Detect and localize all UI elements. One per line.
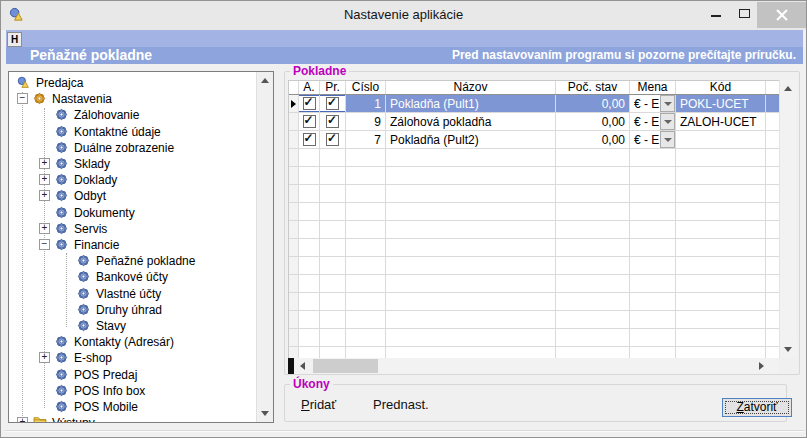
close-dialog-button[interactable]: Zatvoriť [722, 398, 792, 417]
checkbox[interactable]: ✓ [326, 115, 339, 128]
empty-cell [630, 293, 676, 310]
empty-cell [766, 257, 779, 274]
empty-cell [320, 347, 346, 358]
expand-toggle-icon[interactable]: + [39, 190, 50, 201]
tree-item[interactable]: −Financie [9, 237, 256, 253]
table-row[interactable]: ✓✓1Pokladňa (Pult1)0,00€ - EPOKL-UCET [289, 95, 779, 113]
bottom-divider [5, 430, 804, 432]
scroll-down-button[interactable] [257, 405, 274, 422]
arrow-right-icon [759, 362, 764, 370]
preset-button[interactable]: Prednast. [373, 397, 429, 412]
tree-item[interactable]: Kontakty (Adresár) [9, 334, 256, 350]
title-bar[interactable]: Nastavenie aplikácie [1, 1, 806, 30]
scroll-right-button[interactable] [753, 358, 770, 374]
scroll-up-button[interactable] [257, 72, 274, 89]
checkbox-cell: ✓ [320, 95, 346, 112]
tree-item[interactable]: Dokumenty [9, 205, 256, 221]
expand-toggle-icon[interactable]: + [39, 158, 50, 169]
mena-dropdown-button[interactable] [660, 131, 675, 148]
empty-cell [386, 329, 556, 346]
toolbar-strip [6, 30, 803, 47]
empty-cell [320, 221, 346, 238]
expand-toggle-icon[interactable]: + [39, 174, 50, 185]
scroll-down-button[interactable] [780, 341, 797, 358]
add-button[interactable]: Pridať [301, 397, 336, 412]
checkbox[interactable]: ✓ [326, 97, 339, 110]
maximize-button[interactable] [730, 1, 758, 29]
empty-cell [320, 167, 346, 184]
checkbox[interactable]: ✓ [303, 133, 316, 146]
empty-cell [299, 329, 320, 346]
mena-value: € - E [634, 132, 659, 148]
table-row[interactable]: ✓✓7Pokladňa (Pult2)0,00€ - E [289, 131, 779, 149]
expand-toggle-icon[interactable]: + [39, 223, 50, 234]
tree-item[interactable]: Stavy [9, 318, 256, 334]
mena-dropdown-button[interactable] [660, 95, 675, 112]
tree-item[interactable]: +Výstupy [9, 415, 256, 423]
tree-item[interactable]: +Doklady [9, 172, 256, 188]
table-vertical-scrollbar[interactable] [779, 80, 796, 358]
tree-item[interactable]: Bankové účty [9, 269, 256, 285]
checkbox-cell: ✓ [320, 131, 346, 148]
empty-cell [299, 185, 320, 202]
tree-item[interactable]: Duálne zobrazenie [9, 140, 256, 156]
row-selector-cell[interactable] [289, 131, 299, 148]
row-selector-cell[interactable] [289, 95, 299, 112]
expand-toggle-icon[interactable]: + [17, 417, 28, 423]
column-splitter[interactable] [288, 358, 294, 374]
scroll-left-button[interactable] [295, 358, 312, 374]
tree-scrollbar[interactable] [256, 72, 273, 422]
empty-cell [556, 347, 630, 358]
empty-cell [676, 149, 766, 166]
scrollbar-thumb[interactable] [313, 359, 378, 373]
table-horizontal-scrollbar[interactable] [288, 358, 779, 374]
checkbox[interactable]: ✓ [303, 97, 316, 110]
tree-item[interactable]: +Sklady [9, 156, 256, 172]
pokladne-table[interactable]: A.Pr.ČísloNázovPoč. stavMenaKód ✓✓1Pokla… [288, 80, 779, 358]
tree-item[interactable]: Predajca [9, 75, 256, 91]
empty-cell [346, 221, 386, 238]
tree-item[interactable]: Kontaktné údaje [9, 124, 256, 140]
empty-cell [386, 167, 556, 184]
empty-cell [289, 203, 299, 220]
checkbox-cell: ✓ [299, 113, 320, 130]
tree-item[interactable]: Zálohovanie [9, 107, 256, 123]
close-button[interactable] [757, 2, 807, 28]
tree-item[interactable]: Peňažné pokladne [9, 253, 256, 269]
tree-item[interactable]: −Nastavenia [9, 91, 256, 107]
empty-cell [556, 149, 630, 166]
empty-cell [289, 221, 299, 238]
tree-item[interactable]: POS Mobile [9, 399, 256, 415]
column-header[interactable]: Číslo [346, 81, 386, 94]
minimize-button[interactable] [702, 1, 730, 29]
checkbox[interactable]: ✓ [326, 133, 339, 146]
empty-cell [346, 257, 386, 274]
mena-dropdown-button[interactable] [660, 113, 675, 130]
tree-item[interactable]: Vlastné účty [9, 286, 256, 302]
scroll-up-button[interactable] [780, 80, 797, 97]
column-header[interactable]: Kód [676, 81, 766, 94]
column-header[interactable]: Názov [386, 81, 556, 94]
expand-toggle-icon[interactable]: − [17, 93, 28, 104]
column-header[interactable]: Mena [630, 81, 676, 94]
tree-item[interactable]: POS Predaj [9, 367, 256, 383]
tree-item[interactable]: +Servis [9, 221, 256, 237]
settings-tree[interactable]: Predajca−NastaveniaZálohovanieKontaktné … [8, 71, 274, 423]
tree-item[interactable]: +Odbyt [9, 188, 256, 204]
tree-item[interactable]: POS Info box [9, 383, 256, 399]
expand-toggle-icon[interactable]: − [39, 239, 50, 250]
column-header[interactable]: A. [299, 81, 320, 94]
column-header[interactable]: Pr. [320, 81, 346, 94]
tree-item-label: Odbyt [74, 188, 106, 204]
expand-toggle-icon[interactable]: + [39, 352, 50, 363]
checkbox[interactable]: ✓ [303, 115, 316, 128]
help-button[interactable]: H [7, 32, 22, 47]
tree-item[interactable]: +E-shop [9, 350, 256, 366]
empty-cell [299, 203, 320, 220]
tree-item[interactable]: Druhy úhrad [9, 302, 256, 318]
table-row[interactable]: ✓✓9Zálohová pokladňa0,00€ - EZALOH-UCET [289, 113, 779, 131]
nazov-cell: Pokladňa (Pult2) [386, 131, 556, 148]
row-selector-cell[interactable] [289, 113, 299, 130]
column-header[interactable]: Poč. stav [556, 81, 630, 94]
empty-cell [289, 239, 299, 256]
